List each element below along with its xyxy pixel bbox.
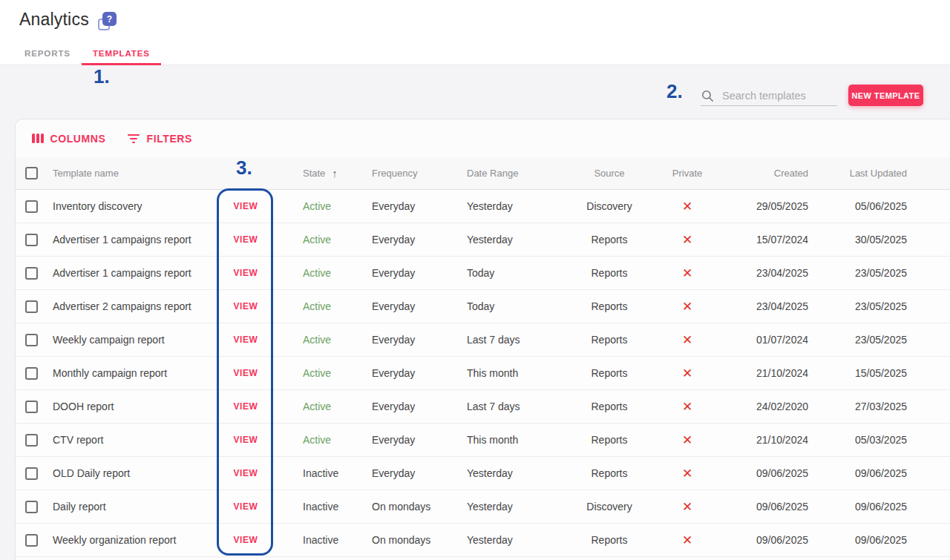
created-cell: 23/04/2025 <box>721 290 817 323</box>
template-name-cell: Monthly campaign report <box>45 357 216 389</box>
state-cell: Active <box>275 357 361 389</box>
last-updated-cell: 05/03/2025 <box>817 424 950 456</box>
source-cell: Discovery <box>565 190 654 223</box>
frequency-cell: Everyday <box>361 323 453 356</box>
table-row: DOOH report VIEW Active Everyday Last 7 … <box>16 390 950 424</box>
select-all-checkbox[interactable] <box>25 167 38 179</box>
view-button[interactable]: VIEW <box>233 234 258 245</box>
view-button[interactable]: VIEW <box>233 401 258 412</box>
date-range-cell: Last 7 days <box>453 390 565 423</box>
state-cell: Active <box>275 190 361 223</box>
date-range-cell: Last 7 days <box>453 323 565 356</box>
filters-button[interactable]: FILTERS <box>128 133 192 145</box>
created-cell: 09/06/2025 <box>721 457 817 490</box>
column-header-private[interactable]: Private <box>654 157 721 189</box>
table-row: Inventory discovery VIEW Active Everyday… <box>16 190 950 223</box>
state-cell: Active <box>275 424 361 456</box>
last-updated-cell: 09/06/2025 <box>817 524 950 556</box>
column-header-created[interactable]: Created <box>721 157 817 189</box>
source-cell: Discovery <box>565 490 654 523</box>
row-checkbox[interactable] <box>25 534 38 547</box>
frequency-cell: Everyday <box>361 424 453 456</box>
x-icon: ✕ <box>682 467 692 480</box>
table-row: Advertiser 1 campaigns report VIEW Activ… <box>16 257 950 290</box>
date-range-cell: Today <box>453 290 565 323</box>
date-range-cell: Yesterday <box>453 524 565 556</box>
view-button[interactable]: VIEW <box>233 201 258 211</box>
row-checkbox[interactable] <box>25 401 38 413</box>
columns-button[interactable]: COLUMNS <box>32 133 105 145</box>
help-icon[interactable]: ? <box>98 12 117 30</box>
source-cell: Reports <box>565 390 654 423</box>
row-checkbox[interactable] <box>25 234 38 246</box>
row-checkbox[interactable] <box>25 267 38 280</box>
created-cell: 15/07/2024 <box>721 223 817 256</box>
state-cell: Active <box>275 223 361 256</box>
date-range-cell: Yesterday <box>453 190 565 223</box>
annotation-step-2: 2. <box>666 80 683 103</box>
template-name-cell: Weekly campaign report <box>45 323 216 356</box>
template-name-cell: Advertiser 1 campaigns report <box>45 223 216 256</box>
x-icon: ✕ <box>682 501 692 513</box>
search-field[interactable] <box>701 86 837 106</box>
frequency-cell: Everyday <box>361 257 453 289</box>
annotation-step-3: 3. <box>236 157 252 179</box>
created-cell: 21/10/2024 <box>721 424 817 456</box>
x-icon: ✕ <box>682 300 692 313</box>
view-button[interactable]: VIEW <box>233 435 258 445</box>
column-header-template-name[interactable]: Template name <box>45 157 216 189</box>
template-name-cell: CTV report <box>45 424 216 456</box>
title-row: Analytics ? <box>19 10 117 30</box>
state-cell: Active <box>275 323 361 356</box>
new-template-button[interactable]: NEW TEMPLATE <box>848 85 923 106</box>
state-cell: Active <box>275 257 361 289</box>
frequency-cell: Everyday <box>361 190 453 223</box>
template-name-cell: Daily report <box>45 490 216 523</box>
row-checkbox[interactable] <box>25 367 38 380</box>
source-cell: Reports <box>565 457 654 490</box>
x-icon: ✕ <box>682 334 692 346</box>
view-button[interactable]: VIEW <box>233 268 258 278</box>
table-row: Weekly campaign report VIEW Active Every… <box>16 323 950 357</box>
tab-reports[interactable]: REPORTS <box>13 49 82 65</box>
row-checkbox[interactable] <box>25 501 38 513</box>
top-bar: Analytics ? REPORTS TEMPLATES <box>0 0 950 65</box>
row-checkbox[interactable] <box>25 434 38 447</box>
view-button[interactable]: VIEW <box>233 368 258 378</box>
search-input[interactable] <box>722 90 832 102</box>
columns-icon <box>32 134 44 143</box>
last-updated-cell: 23/05/2025 <box>817 257 950 289</box>
column-header-state[interactable]: State ↑ <box>275 157 361 189</box>
x-icon: ✕ <box>682 200 692 213</box>
column-header-date-range[interactable]: Date Range <box>453 157 565 189</box>
column-header-frequency[interactable]: Frequency <box>361 157 453 189</box>
created-cell: 09/06/2025 <box>721 524 817 556</box>
source-cell: Reports <box>565 290 654 323</box>
last-updated-cell: 23/05/2025 <box>817 323 950 356</box>
row-checkbox[interactable] <box>25 334 38 346</box>
view-button[interactable]: VIEW <box>233 535 258 545</box>
page-title: Analytics <box>19 10 89 30</box>
template-name-cell: Advertiser 2 campaigns report <box>45 290 216 323</box>
templates-card: COLUMNS FILTERS Template name State ↑ Fr… <box>15 119 950 560</box>
row-checkbox[interactable] <box>25 200 38 213</box>
row-checkbox[interactable] <box>25 300 38 313</box>
last-updated-cell: 30/05/2025 <box>817 223 950 256</box>
column-header-last-updated[interactable]: Last Updated <box>817 157 950 189</box>
template-name-cell: Inventory discovery <box>45 190 216 223</box>
source-cell: Reports <box>565 257 654 289</box>
tab-templates[interactable]: TEMPLATES <box>82 49 161 65</box>
view-button[interactable]: VIEW <box>233 301 258 312</box>
table-header-row: Template name State ↑ Frequency Date Ran… <box>16 157 950 190</box>
row-checkbox[interactable] <box>25 467 38 480</box>
column-header-source[interactable]: Source <box>565 157 654 189</box>
created-cell: 24/02/2020 <box>721 390 817 423</box>
source-cell: Reports <box>565 524 654 556</box>
view-button[interactable]: VIEW <box>233 335 258 345</box>
source-cell: Reports <box>565 424 654 456</box>
table-row: Advertiser 1 campaigns report VIEW Activ… <box>16 223 950 257</box>
template-name-cell: OLD Daily report <box>45 457 216 490</box>
source-cell: Reports <box>565 323 654 356</box>
view-button[interactable]: VIEW <box>233 468 258 478</box>
view-button[interactable]: VIEW <box>233 501 258 512</box>
